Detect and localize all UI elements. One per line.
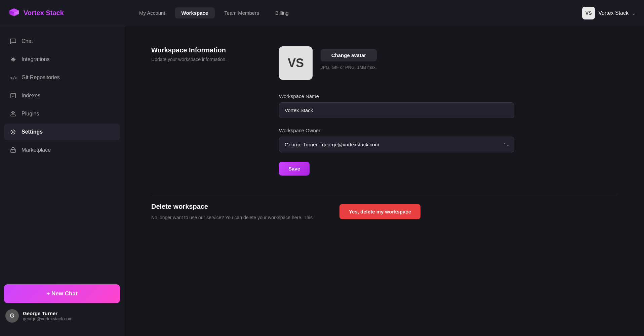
sidebar-item-label-chat: Chat: [22, 38, 33, 44]
sidebar-item-label-indexes: Indexes: [22, 93, 40, 99]
avatar-info: Change avatar JPG, GIF or PNG. 1MB max.: [321, 46, 377, 70]
new-chat-button[interactable]: + New Chat: [4, 284, 120, 303]
workspace-info-title: Workspace Information: [151, 46, 252, 54]
sidebar-item-label-marketplace: Marketplace: [22, 147, 51, 153]
sidebar-item-marketplace[interactable]: Marketplace: [4, 142, 120, 158]
workspace-avatar: VS: [279, 46, 313, 80]
sidebar-item-label-plugins: Plugins: [22, 111, 39, 117]
delete-section-left: Delete workspace No longer want to use o…: [151, 203, 313, 221]
workspace-owner-label: Workspace Owner: [279, 128, 514, 133]
main-content: Workspace Information Update your worksp…: [124, 26, 644, 336]
svg-rect-8: [11, 115, 15, 116]
delete-workspace-section: Delete workspace No longer want to use o…: [151, 196, 617, 221]
marketplace-icon: [9, 146, 17, 154]
integrations-icon: [9, 56, 17, 63]
logo-area: Vortex Stack: [8, 7, 132, 19]
workspace-name-group: Workspace Name: [279, 93, 514, 118]
body-layout: Chat Integrations </> G: [0, 26, 644, 336]
plugins-icon: [9, 110, 17, 117]
sidebar-item-indexes[interactable]: Indexes: [4, 87, 120, 104]
user-email: george@vortexstack.com: [23, 316, 73, 321]
git-icon: </>: [9, 74, 17, 81]
nav-tabs: My Account Workspace Team Members Billin…: [132, 7, 582, 18]
delete-section-right: Yes, delete my workspace: [339, 203, 575, 219]
user-details: George Turner george@vortexstack.com: [23, 310, 73, 321]
header-avatar: VS: [582, 7, 595, 19]
svg-point-12: [14, 150, 14, 151]
sidebar-item-plugins[interactable]: Plugins: [4, 105, 120, 122]
tab-team-members[interactable]: Team Members: [217, 7, 266, 18]
save-button[interactable]: Save: [279, 162, 310, 176]
delete-desc: No longer want to use our service? You c…: [151, 214, 313, 221]
svg-rect-10: [11, 149, 15, 152]
user-info: G George Turner george@vortexstack.com: [4, 308, 120, 324]
workspace-name-label: Workspace Name: [279, 93, 514, 99]
settings-icon: [9, 128, 17, 136]
tab-workspace[interactable]: Workspace: [175, 7, 215, 18]
workspace-owner-group: Workspace Owner George Turner - george@v…: [279, 128, 514, 152]
sidebar-bottom: + New Chat G George Turner george@vortex…: [0, 279, 124, 329]
change-avatar-button[interactable]: Change avatar: [321, 49, 377, 61]
workspace-owner-select[interactable]: George Turner - george@vortexstack.com: [279, 137, 514, 152]
tab-my-account[interactable]: My Account: [132, 7, 172, 18]
svg-text:</>: </>: [10, 76, 16, 80]
user-name: George Turner: [23, 310, 73, 316]
vortex-stack-logo-icon: [8, 7, 20, 19]
sidebar-item-label-integrations: Integrations: [22, 56, 50, 62]
chevron-down-icon: ⌄: [632, 10, 636, 16]
svg-point-11: [12, 150, 12, 151]
svg-rect-7: [11, 93, 15, 98]
workspace-info-right: VS Change avatar JPG, GIF or PNG. 1MB ma…: [279, 46, 514, 176]
logo-text: Vortex Stack: [24, 9, 64, 17]
avatar: G: [5, 309, 19, 323]
tab-billing[interactable]: Billing: [269, 7, 295, 18]
svg-point-9: [12, 131, 14, 133]
delete-workspace-button[interactable]: Yes, delete my workspace: [339, 204, 420, 219]
sidebar-item-label-settings: Settings: [22, 129, 43, 135]
avatar-hint: JPG, GIF or PNG. 1MB max.: [321, 65, 377, 70]
workspace-info-desc: Update your workspace information.: [151, 57, 252, 62]
workspace-info-left: Workspace Information Update your worksp…: [151, 46, 252, 176]
sidebar-item-label-git: Git Repositories: [22, 75, 60, 81]
delete-title: Delete workspace: [151, 203, 313, 210]
sidebar-item-integrations[interactable]: Integrations: [4, 51, 120, 68]
sidebar: Chat Integrations </> G: [0, 26, 124, 336]
header-workspace-name: Vortex Stack: [598, 10, 629, 16]
sidebar-item-settings[interactable]: Settings: [4, 124, 120, 140]
indexes-icon: [9, 92, 17, 99]
workspace-info-section: Workspace Information Update your worksp…: [151, 46, 617, 176]
workspace-selector[interactable]: VS Vortex Stack ⌄: [582, 7, 636, 19]
workspace-owner-select-wrapper: George Turner - george@vortexstack.com: [279, 137, 514, 152]
sidebar-item-git-repositories[interactable]: </> Git Repositories: [4, 69, 120, 86]
sidebar-item-chat[interactable]: Chat: [4, 33, 120, 50]
header: Vortex Stack My Account Workspace Team M…: [0, 0, 644, 26]
workspace-name-input[interactable]: [279, 102, 514, 118]
sidebar-nav: Chat Integrations </> G: [0, 33, 124, 279]
chat-icon: [9, 38, 17, 45]
avatar-row: VS Change avatar JPG, GIF or PNG. 1MB ma…: [279, 46, 514, 80]
